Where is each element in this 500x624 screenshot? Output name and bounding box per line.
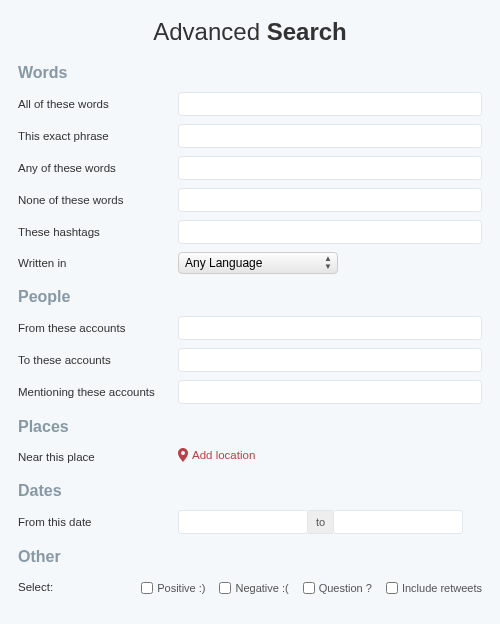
field-row-mentioning-accounts: Mentioning these accounts [18, 380, 482, 404]
field-row-select-other: Select: Positive :) Negative :( Question… [18, 576, 482, 598]
section-heading-places: Places [18, 418, 482, 436]
label-from-accounts: From these accounts [18, 322, 178, 334]
page-title: Advanced Search [18, 18, 482, 46]
field-row-none-words: None of these words [18, 188, 482, 212]
section-heading-people: People [18, 288, 482, 306]
field-row-language: Written in Any Language ▲▼ [18, 252, 482, 274]
checkbox-retweets[interactable] [386, 582, 398, 594]
input-all-words[interactable] [178, 92, 482, 116]
field-row-to-accounts: To these accounts [18, 348, 482, 372]
input-mentioning-accounts[interactable] [178, 380, 482, 404]
checkbox-retweets-label: Include retweets [402, 582, 482, 594]
field-row-all-words: All of these words [18, 92, 482, 116]
section-heading-other: Other [18, 548, 482, 566]
label-none-words: None of these words [18, 194, 178, 206]
input-date-from[interactable] [178, 510, 308, 534]
input-from-accounts[interactable] [178, 316, 482, 340]
date-range-group: to [178, 510, 482, 534]
checkbox-retweets-wrap[interactable]: Include retweets [386, 582, 482, 594]
input-to-accounts[interactable] [178, 348, 482, 372]
add-location-button[interactable]: Add location [178, 448, 255, 462]
label-any-words: Any of these words [18, 162, 178, 174]
date-separator: to [308, 510, 333, 534]
label-exact-phrase: This exact phrase [18, 130, 178, 142]
input-hashtags[interactable] [178, 220, 482, 244]
label-select: Select: [18, 581, 141, 593]
checkbox-question-wrap[interactable]: Question ? [303, 582, 372, 594]
section-heading-words: Words [18, 64, 482, 82]
select-language[interactable]: Any Language [178, 252, 338, 274]
label-to-accounts: To these accounts [18, 354, 178, 366]
advanced-search-form: Advanced Search Words All of these words… [0, 0, 500, 624]
checkbox-positive[interactable] [141, 582, 153, 594]
input-any-words[interactable] [178, 156, 482, 180]
label-near-place: Near this place [18, 451, 178, 463]
field-row-from-accounts: From these accounts [18, 316, 482, 340]
add-location-label: Add location [192, 449, 255, 461]
input-none-words[interactable] [178, 188, 482, 212]
label-written-in: Written in [18, 257, 178, 269]
input-date-to[interactable] [333, 510, 463, 534]
section-heading-dates: Dates [18, 482, 482, 500]
label-from-date: From this date [18, 516, 178, 528]
label-hashtags: These hashtags [18, 226, 178, 238]
checkbox-question-label: Question ? [319, 582, 372, 594]
input-exact-phrase[interactable] [178, 124, 482, 148]
checkbox-negative[interactable] [219, 582, 231, 594]
title-light: Advanced [153, 18, 266, 45]
checkbox-positive-label: Positive :) [157, 582, 205, 594]
field-row-near-place: Near this place Add location [18, 446, 482, 468]
field-row-from-date: From this date to [18, 510, 482, 534]
checkbox-positive-wrap[interactable]: Positive :) [141, 582, 205, 594]
checkbox-negative-label: Negative :( [235, 582, 288, 594]
title-bold: Search [267, 18, 347, 45]
checkbox-question[interactable] [303, 582, 315, 594]
field-row-hashtags: These hashtags [18, 220, 482, 244]
checkbox-negative-wrap[interactable]: Negative :( [219, 582, 288, 594]
location-pin-icon [178, 448, 188, 462]
field-row-any-words: Any of these words [18, 156, 482, 180]
field-row-exact-phrase: This exact phrase [18, 124, 482, 148]
label-all-words: All of these words [18, 98, 178, 110]
label-mentioning-accounts: Mentioning these accounts [18, 386, 178, 398]
